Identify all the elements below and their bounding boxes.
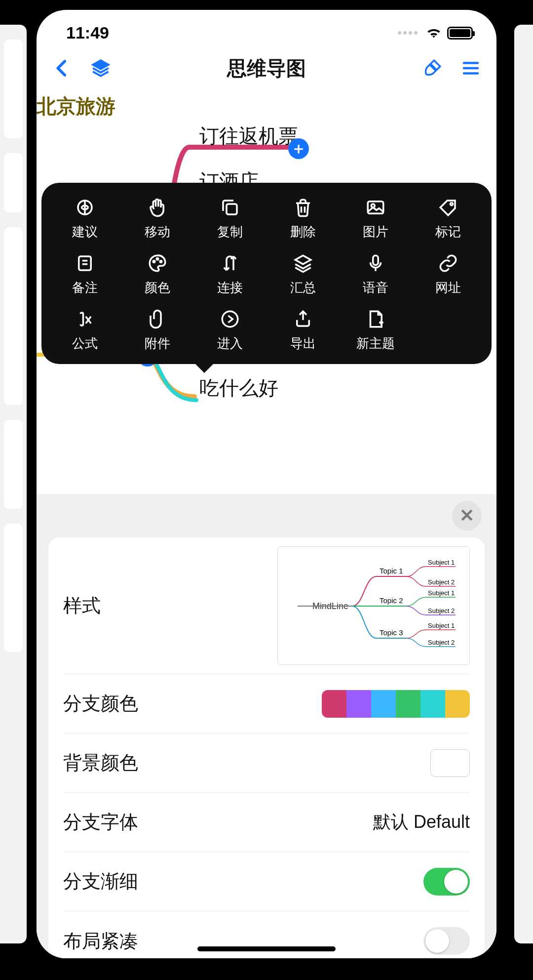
svg-point-7 [153, 261, 155, 263]
image-icon [364, 196, 387, 219]
branch-color-label: 分支颜色 [63, 691, 138, 716]
ctx-attach[interactable]: 附件 [121, 304, 193, 355]
style-preview[interactable]: MindLine Topic 1 Subject 1 Subject 2 Top… [277, 546, 470, 665]
svg-text:Subject 1: Subject 1 [428, 559, 455, 566]
svg-text:Subject 2: Subject 2 [428, 607, 455, 614]
stack-icon [291, 251, 315, 275]
ai-icon [73, 196, 97, 219]
page-title: 思维导图 [124, 55, 409, 82]
ctx-mark[interactable]: 标记 [412, 193, 485, 244]
ctx-connect[interactable]: 连接 [194, 248, 266, 299]
svg-point-8 [156, 258, 158, 260]
mindmap-node[interactable]: 订往返机票 [199, 122, 298, 150]
battery-icon [447, 27, 473, 40]
ctx-export[interactable]: 导出 [266, 304, 339, 355]
ctx-move[interactable]: 移动 [121, 193, 193, 244]
note-icon [73, 251, 97, 275]
add-child-button[interactable]: ＋ [288, 138, 309, 159]
layout-compact-toggle[interactable] [423, 927, 470, 955]
svg-text:Subject 2: Subject 2 [428, 578, 455, 586]
new-page-icon [364, 307, 387, 331]
status-time: 11:49 [66, 23, 109, 42]
cellular-dots-icon [398, 31, 418, 35]
ctx-enter[interactable]: 进入 [194, 304, 266, 355]
branch-font-value[interactable]: 默认 Default [373, 810, 470, 834]
ctx-note[interactable]: 备注 [48, 248, 121, 299]
adjacent-screen-left [0, 25, 27, 943]
ctx-formula[interactable]: 公式 [48, 304, 121, 355]
ctx-suggest[interactable]: 建议 [48, 193, 121, 244]
svg-rect-2 [227, 204, 237, 214]
trash-icon [291, 196, 315, 219]
layout-compact-label: 布局紧凑 [63, 929, 138, 954]
copy-icon [218, 196, 242, 219]
ctx-color[interactable]: 颜色 [121, 248, 193, 299]
svg-point-9 [160, 261, 162, 263]
context-menu: 建议 移动 复制 删除 图片 标记 备注 颜色 [41, 183, 492, 364]
home-indicator[interactable] [197, 946, 336, 951]
ctx-voice[interactable]: 语音 [339, 248, 412, 299]
status-bar: 11:49 [37, 10, 496, 43]
svg-text:Topic 3: Topic 3 [380, 628, 403, 637]
svg-rect-3 [368, 202, 383, 214]
hamburger-menu-icon[interactable] [456, 53, 486, 83]
hand-icon [146, 196, 169, 219]
export-icon [291, 307, 315, 331]
back-button[interactable] [47, 53, 77, 83]
close-sheet-button[interactable]: ✕ [452, 501, 482, 531]
bg-color-label: 背景颜色 [63, 750, 138, 776]
phone-frame: 11:49 思维导图 [37, 10, 496, 958]
mindmap-node[interactable]: 吃什么好 [199, 374, 278, 402]
ctx-summary[interactable]: 汇总 [266, 248, 339, 299]
paperclip-icon [146, 307, 169, 331]
branch-taper-label: 分支渐细 [63, 869, 138, 894]
ctx-url[interactable]: 网址 [412, 248, 485, 299]
style-label: 样式 [63, 593, 101, 618]
wifi-icon [425, 23, 442, 42]
svg-text:Subject 2: Subject 2 [428, 639, 455, 646]
mic-icon [364, 251, 387, 275]
fx-icon [73, 307, 97, 331]
enter-icon [218, 307, 242, 331]
layers-icon[interactable] [86, 53, 115, 83]
svg-point-11 [223, 311, 238, 327]
style-sheet: ✕ 样式 MindLine Topic 1 Subject 1 Subject … [37, 494, 496, 958]
svg-text:Subject 1: Subject 1 [428, 589, 455, 597]
context-menu-pointer [194, 363, 214, 373]
connect-icon [218, 251, 242, 275]
palette-icon [146, 251, 169, 275]
ctx-copy[interactable]: 复制 [194, 193, 266, 244]
theme-brush-icon[interactable] [418, 53, 447, 83]
close-icon: ✕ [459, 505, 474, 526]
tag-icon [436, 196, 460, 219]
branch-font-label: 分支字体 [63, 810, 138, 835]
nav-bar: 思维导图 [37, 43, 496, 93]
svg-point-5 [451, 203, 453, 205]
svg-rect-10 [373, 255, 379, 265]
svg-text:Subject 1: Subject 1 [428, 622, 455, 629]
link-icon [436, 251, 460, 275]
adjacent-screen-right [514, 25, 533, 943]
ctx-newtopic[interactable]: 新主题 [339, 304, 412, 355]
style-card: 样式 MindLine Topic 1 Subject 1 Subject 2 [48, 537, 485, 958]
ctx-delete[interactable]: 删除 [266, 193, 339, 244]
ctx-image[interactable]: 图片 [339, 193, 412, 244]
branch-color-palette[interactable] [322, 690, 470, 718]
bg-color-swatch[interactable] [430, 749, 470, 777]
svg-text:Topic 2: Topic 2 [380, 596, 403, 605]
branch-taper-toggle[interactable] [423, 868, 470, 896]
svg-text:Topic 1: Topic 1 [380, 567, 403, 575]
